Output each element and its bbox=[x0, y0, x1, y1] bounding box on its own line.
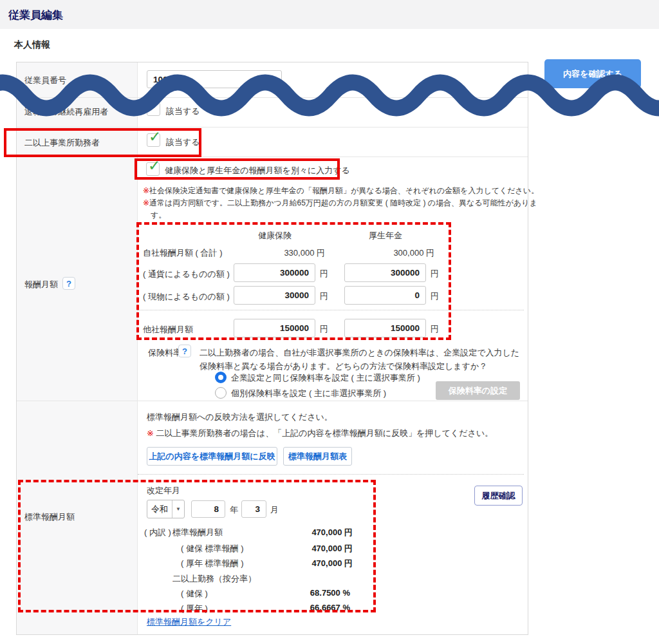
standard-pay-table-button[interactable]: 標準報酬月額表 bbox=[283, 447, 352, 466]
chevron-down-icon: ▼ bbox=[172, 500, 184, 518]
separate-input-note1: ※社会保険決定通知書で健康保険と厚生年金の「報酬月額」が異なる場合、それぞれの金… bbox=[143, 185, 539, 197]
dotted-divider bbox=[138, 310, 524, 310]
breakdown-kenpo-label: ( 健保 標準報酬 ) bbox=[181, 543, 244, 554]
breakdown-kenpo-value: 470,000 円 bbox=[270, 543, 353, 554]
breakdown-ratio-label: 二以上勤務（按分率） bbox=[172, 573, 256, 585]
company-rate-radio[interactable] bbox=[215, 372, 227, 383]
premium-rate-help-icon[interactable]: ? bbox=[178, 345, 191, 357]
year-unit-label: 年 bbox=[230, 504, 238, 516]
separate-input-checkbox[interactable]: ✓ bbox=[146, 162, 160, 176]
breakdown-label: ( 内訳 ) bbox=[144, 527, 171, 538]
cash-pay-health-input[interactable] bbox=[234, 263, 315, 282]
cash-pay-pension-input[interactable] bbox=[344, 263, 426, 282]
revision-month-input[interactable] bbox=[241, 500, 266, 518]
breakdown-kenpo-rate-value: 68.7500 % bbox=[270, 588, 350, 598]
reflect-note: ※ 二以上事業所勤務者の場合は、「上記の内容を標準報酬月額に反映」を押してくださ… bbox=[147, 428, 493, 439]
revision-year-input[interactable] bbox=[191, 500, 225, 518]
row-divider bbox=[17, 156, 528, 157]
individual-rate-radio[interactable] bbox=[215, 387, 227, 399]
history-button[interactable]: 履歴確認 bbox=[474, 486, 523, 506]
multi-office-checkbox[interactable]: ✓ bbox=[147, 133, 160, 147]
multi-office-option-label: 該当する bbox=[166, 137, 200, 148]
employee-edit-page: 従業員編集 本人情報 内容を確認する 従業員番号 退職後の継続再雇用者 該当する… bbox=[0, 0, 659, 644]
premium-rate-description: 二以上勤務者の場合、自社が非選択事業所のときの保険料率は、企業設定で入力した保険… bbox=[200, 346, 524, 373]
standard-pay-label: 標準報酬月額 bbox=[24, 511, 75, 523]
breakdown-std-label: 標準報酬月額 bbox=[172, 527, 223, 538]
yen-unit: 円 bbox=[431, 323, 439, 335]
section-heading: 本人情報 bbox=[14, 39, 50, 51]
breakdown-konen-value: 470,000 円 bbox=[270, 558, 353, 569]
reflect-instruction: 標準報酬月額への反映方法を選択してください。 bbox=[147, 412, 333, 423]
month-unit-label: 月 bbox=[270, 504, 279, 516]
row-divider bbox=[17, 401, 528, 401]
breakdown-std-value: 470,000 円 bbox=[270, 527, 353, 538]
inkind-pay-label: ( 現物によるものの額 ) bbox=[143, 291, 230, 303]
separate-input-note2: ※通常は両方同額です。二以上勤務かつ月給65万円超の方の月額変更 ( 随時改定 … bbox=[143, 197, 541, 222]
other-pay-health-input[interactable] bbox=[234, 319, 315, 337]
era-select-value: 令和 bbox=[147, 504, 172, 515]
rate-setting-button[interactable]: 保険料率の設定 bbox=[436, 381, 520, 400]
reflect-button[interactable]: 上記の内容を標準報酬月額に反映 bbox=[147, 447, 277, 466]
breakdown-kenpo-rate-label: ( 健保 ) bbox=[181, 588, 208, 600]
premium-rate-label: 保険料率 bbox=[148, 347, 181, 359]
other-pay-label: 他社報酬月額 bbox=[143, 324, 193, 336]
clear-standard-pay-link[interactable]: 標準報酬月額をクリア bbox=[147, 616, 231, 628]
wave-truncation-ribbon bbox=[0, 68, 659, 129]
revision-date-label: 改定年月 bbox=[147, 485, 180, 497]
multi-office-label: 二以上事業所勤務者 bbox=[24, 137, 100, 149]
inkind-pay-pension-input[interactable] bbox=[344, 286, 426, 305]
monthly-pay-label: 報酬月額 bbox=[24, 279, 58, 290]
note-mark: ※ bbox=[147, 428, 154, 438]
dotted-divider bbox=[138, 474, 524, 475]
note-mark: ※ bbox=[143, 198, 149, 207]
note-mark: ※ bbox=[143, 186, 149, 195]
monthly-pay-help-icon[interactable]: ? bbox=[62, 277, 75, 290]
page-header bbox=[0, 0, 659, 29]
yen-unit: 円 bbox=[431, 268, 439, 279]
inkind-pay-health-input[interactable] bbox=[234, 286, 315, 305]
pay-col-health-header: 健康保険 bbox=[234, 230, 316, 242]
own-pay-pension-value: 300,000 円 bbox=[354, 247, 434, 259]
separate-input-label: 健康保険と厚生年金の報酬月額を別々に入力する bbox=[165, 165, 350, 176]
own-pay-label: 自社報酬月額 ( 合計 ) bbox=[143, 247, 223, 259]
company-rate-radio-label: 企業設定と同じ保険料率を設定 ( 主に選択事業所 ) bbox=[231, 372, 420, 384]
own-pay-health-value: 330,000 円 bbox=[245, 247, 325, 259]
check-icon: ✓ bbox=[149, 129, 161, 144]
cash-pay-label: ( 通貨によるものの額 ) bbox=[143, 269, 230, 280]
yen-unit: 円 bbox=[320, 290, 328, 302]
individual-rate-radio-label: 個別保険料率を設定 ( 主に非選択事業所 ) bbox=[231, 388, 386, 399]
breakdown-konen-label: ( 厚年 標準報酬 ) bbox=[181, 558, 244, 569]
other-pay-pension-input[interactable] bbox=[344, 319, 426, 337]
yen-unit: 円 bbox=[431, 290, 439, 302]
pay-col-pension-header: 厚生年金 bbox=[344, 230, 427, 242]
page-title: 従業員編集 bbox=[8, 8, 63, 23]
check-icon: ✓ bbox=[148, 158, 160, 173]
yen-unit: 円 bbox=[320, 268, 328, 279]
breakdown-konen-rate-value: 66.6667 % bbox=[270, 603, 350, 612]
breakdown-konen-rate-label: ( 厚年 ) bbox=[181, 603, 208, 614]
era-select[interactable]: 令和 ▼ bbox=[147, 500, 185, 518]
yen-unit: 円 bbox=[320, 323, 328, 335]
